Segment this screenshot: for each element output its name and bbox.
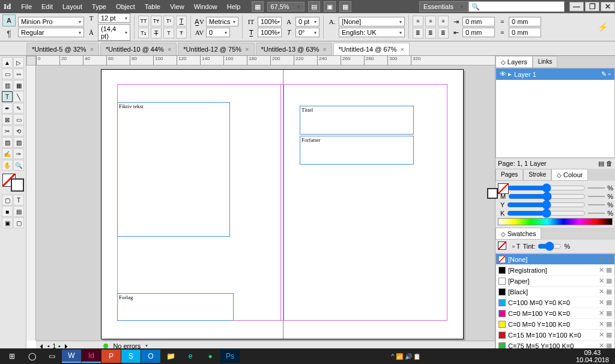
menu-type[interactable]: Type <box>88 1 111 12</box>
free-transform-tool[interactable]: ⟲ <box>13 126 24 136</box>
tab-stroke[interactable]: Stroke <box>523 169 551 181</box>
explorer-icon[interactable]: 📁 <box>161 350 180 363</box>
close-icon[interactable]: × <box>168 46 171 53</box>
hscale-combo[interactable]: 100%▾ <box>258 28 282 37</box>
indent-left[interactable]: 0 mm <box>462 17 495 26</box>
bridge-icon[interactable]: ▦ <box>252 1 264 12</box>
powerpoint-icon[interactable]: P <box>101 350 121 363</box>
apply-gradient-button[interactable]: ▤ <box>13 206 24 217</box>
vscale-combo[interactable]: 100%▾ <box>258 17 282 26</box>
quick-apply-icon[interactable]: ⚡ <box>593 22 613 32</box>
char-mode-button[interactable]: A <box>2 14 16 26</box>
preview-button[interactable]: ▢ <box>13 217 24 228</box>
content-placer-tool[interactable]: ▦ <box>13 80 24 91</box>
menu-table[interactable]: Table <box>141 1 165 12</box>
clock[interactable]: 09.43 10.04.2018 <box>576 349 613 363</box>
close-icon[interactable]: × <box>401 46 404 53</box>
m-value[interactable] <box>588 196 605 197</box>
k-value[interactable] <box>588 213 605 214</box>
k-slider[interactable] <box>507 210 586 216</box>
subscript-button[interactable]: T₁ <box>138 28 149 38</box>
layer-row[interactable]: 👁 ▸ Layer 1✎ ▫ <box>496 68 614 80</box>
tab-colour[interactable]: ◇ Colour <box>551 169 588 181</box>
baseline-combo[interactable]: 0 pt▾ <box>295 17 320 26</box>
gradient-feather-tool[interactable]: ▧ <box>13 137 24 148</box>
pasteboard[interactable]: Fiktiv tekst Tittel Forfatter Forlag <box>36 65 495 341</box>
new-layer-button[interactable]: ▤ 🗑 <box>598 160 613 168</box>
start-button[interactable]: ⊞ <box>2 350 22 363</box>
space-after[interactable]: 0 mm <box>509 28 541 37</box>
justify-right-button[interactable]: ≣ <box>438 28 449 38</box>
menu-edit[interactable]: Edit <box>37 1 57 12</box>
type-tool[interactable]: T <box>2 91 13 102</box>
indent-right[interactable]: 0 mm <box>462 28 495 37</box>
ligature-button[interactable]: T <box>163 28 174 38</box>
workspace-switcher[interactable]: Essentials▼ <box>419 1 468 12</box>
tab-swatches[interactable]: ◇ Swatches <box>495 228 541 240</box>
pencil-tool[interactable]: ✎ <box>13 103 24 114</box>
c-value[interactable] <box>588 187 605 189</box>
text-frame-forfatter[interactable]: Forfatter <box>300 136 414 165</box>
language-combo[interactable]: English: UK▾ <box>339 28 405 37</box>
text-frame-tittel[interactable]: Tittel <box>300 106 414 135</box>
vertical-ruler[interactable] <box>26 65 36 341</box>
swatch-row[interactable]: [Registration]✕ ▦ <box>496 265 614 276</box>
zoom-tool[interactable]: 🔍 <box>13 160 24 171</box>
screen-mode-icon[interactable]: ▣ <box>324 1 336 12</box>
normal-view-button[interactable]: ▣ <box>2 217 13 228</box>
doc-tab-4[interactable]: *Untitled-13 @ 63%× <box>256 43 332 55</box>
strike-button[interactable]: T <box>151 28 162 38</box>
align-right-button[interactable]: ≡ <box>438 16 449 26</box>
swatch-row[interactable]: [None]✎ ⊘ <box>496 254 614 265</box>
pen-tool[interactable]: ✒ <box>2 103 13 114</box>
close-icon[interactable]: × <box>245 46 249 53</box>
tint-slider[interactable] <box>538 241 562 251</box>
para-mode-button[interactable]: ¶ <box>2 28 16 40</box>
spotify-icon[interactable]: ● <box>201 350 220 363</box>
system-tray[interactable]: ^ 📶 🔊 📋 <box>391 353 420 360</box>
doc-tab-5[interactable]: *Untitled-14 @ 67%× <box>333 43 410 55</box>
c-slider[interactable] <box>507 185 586 191</box>
text-frame-forlag[interactable]: Forlag <box>117 293 234 321</box>
page-tool[interactable]: ▭ <box>2 68 13 79</box>
format-container-button[interactable]: ▢ <box>2 195 13 205</box>
justify-left-button[interactable]: ≣ <box>413 28 423 38</box>
kerning-combo[interactable]: Metrics▾ <box>206 17 238 26</box>
eyedropper-tool[interactable]: ✑ <box>13 148 24 159</box>
rect-frame-tool[interactable]: ⊠ <box>2 114 13 125</box>
hand-tool[interactable]: ✋ <box>2 160 13 171</box>
leading-combo[interactable]: (14,4 pt)▾ <box>98 24 130 41</box>
skype-icon[interactable]: S <box>121 350 141 363</box>
tab-links[interactable]: Links <box>533 56 557 68</box>
swatch-row[interactable]: [Paper]✕ ▦ <box>496 276 614 287</box>
font-family-combo[interactable]: Minion Pro▾ <box>18 17 84 26</box>
doc-tab-1[interactable]: *Untitled-5 @ 32%× <box>26 43 99 55</box>
swatch-row[interactable]: C=100 M=0 Y=0 K=0✕ ▦ <box>496 297 614 308</box>
text-frame-fiktiv[interactable]: Fiktiv tekst <box>117 102 230 237</box>
gradient-swatch-tool[interactable]: ▨ <box>2 137 13 148</box>
ruler-origin[interactable] <box>26 56 36 65</box>
close-icon[interactable]: × <box>323 46 326 53</box>
menu-help[interactable]: Help <box>223 1 245 12</box>
y-value[interactable] <box>588 204 605 205</box>
swatch-row[interactable]: C=0 M=0 Y=100 K=0✕ ▦ <box>496 319 614 330</box>
menu-file[interactable]: File <box>17 1 36 12</box>
indesign-icon[interactable]: Id <box>82 350 101 363</box>
gap-tool[interactable]: ⇿ <box>13 68 24 79</box>
close-button[interactable]: ✕ <box>601 2 615 11</box>
selection-tool[interactable]: ▲ <box>2 57 13 68</box>
arrange-icon[interactable]: ▦ <box>339 1 351 12</box>
superscript-button[interactable]: T¹ <box>163 16 174 26</box>
space-before[interactable]: 0 mm <box>509 17 541 26</box>
format-text-button[interactable]: T <box>13 195 24 205</box>
menu-layout[interactable]: Layout <box>58 1 86 12</box>
outlook-icon[interactable]: O <box>141 350 160 363</box>
nobreak-button[interactable]: Ŧ <box>176 28 187 38</box>
allcaps-button[interactable]: TT <box>138 16 149 26</box>
scissors-tool[interactable]: ✂ <box>2 126 13 136</box>
align-left-button[interactable]: ≡ <box>413 16 423 26</box>
doc-tab-2[interactable]: *Untitled-10 @ 44%× <box>100 43 177 55</box>
swatch-row[interactable]: C=15 M=100 Y=100 K=0✕ ▦ <box>496 330 614 341</box>
skew-combo[interactable]: 0°▾ <box>295 28 320 37</box>
menu-object[interactable]: Object <box>112 1 139 12</box>
